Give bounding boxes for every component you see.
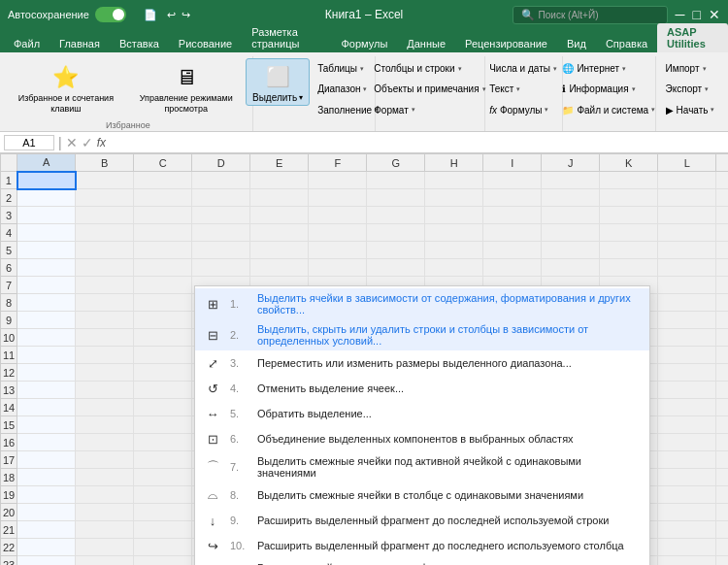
- cell-M11[interactable]: [716, 347, 728, 364]
- cell-M19[interactable]: [716, 486, 728, 504]
- formula-input[interactable]: [110, 137, 724, 149]
- cell-L17[interactable]: [658, 451, 716, 469]
- import-button[interactable]: Импорт ▾: [662, 61, 719, 76]
- cell-C13[interactable]: [134, 382, 192, 399]
- cell-I6[interactable]: [483, 259, 542, 277]
- row-header-16[interactable]: 16: [1, 434, 17, 451]
- cell-L11[interactable]: [658, 347, 716, 364]
- cell-J6[interactable]: [542, 259, 600, 277]
- export-button[interactable]: Экспорт ▾: [662, 82, 719, 96]
- cell-D1[interactable]: [192, 172, 250, 189]
- cell-B19[interactable]: [76, 486, 134, 504]
- cell-C18[interactable]: [134, 469, 192, 486]
- cell-M12[interactable]: [716, 364, 728, 382]
- row-header-21[interactable]: 21: [1, 521, 17, 539]
- ribbon-tab-файл[interactable]: Файл: [4, 35, 50, 52]
- ribbon-tab-справка[interactable]: Справка: [596, 35, 657, 52]
- cell-C23[interactable]: [134, 556, 192, 566]
- file-system-button[interactable]: 📁 Файл и система ▾: [558, 103, 659, 117]
- cell-L21[interactable]: [658, 521, 716, 539]
- ribbon-tab-вид[interactable]: Вид: [557, 35, 596, 52]
- cell-A2[interactable]: [17, 189, 76, 207]
- col-header-L[interactable]: L: [658, 154, 716, 172]
- menu-item-3[interactable]: ⤢3.Переместить или изменить размеры выде…: [195, 350, 649, 376]
- cell-A10[interactable]: [17, 329, 76, 347]
- cell-L19[interactable]: [658, 486, 716, 504]
- favorites-button[interactable]: ⭐ Избранное и сочетания клавиш: [10, 58, 122, 118]
- row-header-20[interactable]: 20: [1, 504, 17, 521]
- cell-A13[interactable]: [17, 382, 76, 399]
- cell-F4[interactable]: [309, 224, 367, 242]
- cell-K3[interactable]: [600, 207, 658, 224]
- cell-A1[interactable]: [17, 172, 76, 189]
- cell-B14[interactable]: [76, 399, 134, 416]
- ribbon-tab-формулы[interactable]: Формулы: [331, 35, 397, 52]
- cell-A11[interactable]: [17, 347, 76, 364]
- col-header-B[interactable]: B: [76, 154, 134, 172]
- cell-reference[interactable]: [4, 135, 54, 150]
- cell-C4[interactable]: [134, 224, 192, 242]
- cell-B9[interactable]: [76, 312, 134, 329]
- cell-L22[interactable]: [658, 539, 716, 556]
- cell-K4[interactable]: [600, 224, 658, 242]
- cell-H5[interactable]: [425, 242, 483, 259]
- row-header-23[interactable]: 23: [1, 556, 17, 566]
- cell-A6[interactable]: [17, 259, 76, 277]
- cell-M18[interactable]: [716, 469, 728, 486]
- cell-D2[interactable]: [192, 189, 250, 207]
- cell-F3[interactable]: [309, 207, 367, 224]
- start-button[interactable]: ▶ Начать ▾: [662, 103, 719, 117]
- cell-M4[interactable]: [716, 224, 728, 242]
- cell-B6[interactable]: [76, 259, 134, 277]
- cell-G3[interactable]: [367, 207, 425, 224]
- cell-B8[interactable]: [76, 294, 134, 312]
- cell-E6[interactable]: [250, 259, 309, 277]
- cell-A9[interactable]: [17, 312, 76, 329]
- cell-B10[interactable]: [76, 329, 134, 347]
- cell-L10[interactable]: [658, 329, 716, 347]
- cell-C10[interactable]: [134, 329, 192, 347]
- autosave-toggle[interactable]: [95, 7, 126, 22]
- text-button[interactable]: Текст ▾: [485, 82, 561, 96]
- cell-C15[interactable]: [134, 416, 192, 434]
- row-header-14[interactable]: 14: [1, 399, 17, 416]
- cell-J5[interactable]: [542, 242, 600, 259]
- cell-C2[interactable]: [134, 189, 192, 207]
- view-mode-button[interactable]: 🖥 Управление режимами просмотра: [126, 58, 247, 118]
- confirm-icon[interactable]: ✓: [82, 135, 93, 150]
- cell-C16[interactable]: [134, 434, 192, 451]
- menu-item-5[interactable]: ↔5.Обратить выделение...: [195, 401, 649, 426]
- ribbon-tab-данные[interactable]: Данные: [397, 35, 455, 52]
- cell-M8[interactable]: [716, 294, 728, 312]
- cell-I5[interactable]: [483, 242, 542, 259]
- colrow-button[interactable]: Столбцы и строки ▾: [370, 61, 489, 76]
- cell-C11[interactable]: [134, 347, 192, 364]
- select-button[interactable]: ⬜ Выделить ▾: [246, 58, 310, 106]
- cell-D5[interactable]: [192, 242, 250, 259]
- col-header-F[interactable]: F: [309, 154, 367, 172]
- menu-item-2[interactable]: ⊟2.Выделить, скрыть или удалить строки и…: [195, 319, 649, 350]
- cell-A3[interactable]: [17, 207, 76, 224]
- cell-B21[interactable]: [76, 521, 134, 539]
- cell-M15[interactable]: [716, 416, 728, 434]
- cell-A14[interactable]: [17, 399, 76, 416]
- cell-L9[interactable]: [658, 312, 716, 329]
- cell-B7[interactable]: [76, 277, 134, 294]
- cell-M13[interactable]: [716, 382, 728, 399]
- row-header-7[interactable]: 7: [1, 277, 17, 294]
- row-header-5[interactable]: 5: [1, 242, 17, 259]
- cell-A8[interactable]: [17, 294, 76, 312]
- row-header-2[interactable]: 2: [1, 189, 17, 207]
- ribbon-tab-рецензирование[interactable]: Рецензирование: [455, 35, 557, 52]
- cell-L5[interactable]: [658, 242, 716, 259]
- ribbon-tab-asaputilities[interactable]: ASAP Utilities: [657, 23, 728, 52]
- cell-L2[interactable]: [658, 189, 716, 207]
- col-header-I[interactable]: I: [483, 154, 542, 172]
- cell-C1[interactable]: [134, 172, 192, 189]
- cell-I3[interactable]: [483, 207, 542, 224]
- menu-item-6[interactable]: ⊡6.Объединение выделенных компонентов в …: [195, 426, 649, 451]
- cell-I2[interactable]: [483, 189, 542, 207]
- cell-M14[interactable]: [716, 399, 728, 416]
- cell-C12[interactable]: [134, 364, 192, 382]
- cell-M21[interactable]: [716, 521, 728, 539]
